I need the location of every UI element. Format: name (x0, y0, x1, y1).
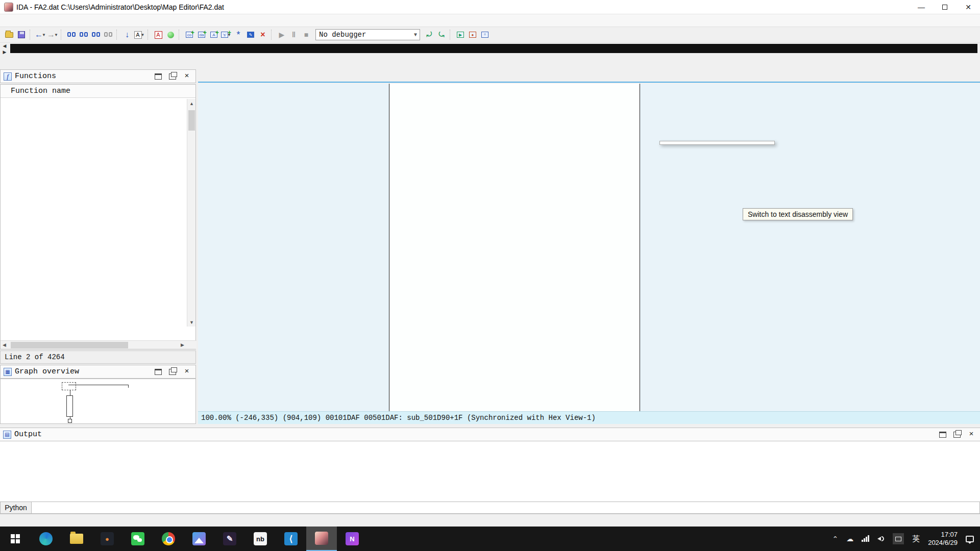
close-panel-icon[interactable]: × (183, 369, 190, 375)
add-enum-icon[interactable]: 's'+▼ (220, 29, 232, 40)
language-indicator[interactable]: 英 (912, 534, 920, 544)
save-icon[interactable] (16, 29, 27, 40)
debug-windows-icon[interactable]: ⌗ (479, 29, 491, 40)
view-tabs (198, 69, 980, 83)
vscode-icon: ⟨ (284, 532, 298, 545)
function-name-column-header[interactable]: Function name (1, 85, 195, 98)
scroll-down-icon[interactable]: ▼ (187, 318, 196, 327)
tray-time: 17:07 (928, 531, 958, 539)
search-value-icon[interactable] (90, 29, 102, 40)
tray-date: 2024/6/29 (928, 539, 958, 547)
float-panel-icon[interactable] (169, 369, 176, 375)
taskbar-app-photos[interactable] (184, 527, 214, 551)
graph-canvas[interactable] (198, 84, 980, 411)
float-panel-icon[interactable] (169, 73, 176, 80)
taskbar-app-chrome[interactable] (153, 527, 184, 551)
chrome-icon (162, 532, 175, 545)
stop-process-icon[interactable]: ■ (301, 29, 312, 40)
taskbar-app-vscode[interactable]: ⟨ (276, 527, 306, 551)
navigate-forward-icon[interactable]: →▼ (47, 29, 58, 40)
taskbar-app-quill[interactable]: ✎ (214, 527, 245, 551)
scroll-left-icon[interactable]: ◀ (1, 341, 8, 349)
taskbar-app-nb[interactable]: nb (245, 527, 276, 551)
float-panel-icon[interactable] (953, 432, 961, 438)
graph-overview-title-label: Graph overview (15, 367, 79, 376)
functions-list: Function name ▲ ▼ ◀ ▶ (0, 84, 196, 349)
python-prompt-button[interactable]: Python (0, 502, 32, 514)
hidden-icons-chevron[interactable]: ⌃ (832, 535, 838, 543)
navigation-band[interactable] (10, 44, 977, 53)
search-text-icon[interactable] (78, 29, 89, 40)
overview-viewport-box[interactable] (62, 382, 76, 390)
network-icon[interactable] (862, 536, 869, 542)
quill-app-icon: ✎ (223, 532, 236, 545)
scroll-right-icon[interactable]: ▶ (179, 341, 186, 349)
wechat-icon (131, 532, 144, 545)
step-into-icon[interactable]: ⤾ (424, 29, 435, 40)
start-process-icon[interactable]: ▶ (276, 29, 287, 40)
functions-vertical-scrollbar[interactable]: ▲ ▼ (187, 99, 195, 327)
band-scroll-arrows[interactable]: ◀▶ (1, 43, 8, 55)
graph-overview-title[interactable]: ▦ Graph overview × (0, 365, 196, 379)
navigate-back-icon[interactable]: ←▼ (35, 29, 46, 40)
step-over-icon[interactable]: ⤿ (436, 29, 447, 40)
cloud-icon[interactable]: ☁ (846, 535, 853, 543)
scrollbar-thumb[interactable] (11, 342, 128, 348)
taskbar-app-edge[interactable] (31, 527, 61, 551)
taskbar-app-purple[interactable]: N (337, 527, 368, 551)
names-icon[interactable]: A▼ (134, 29, 145, 40)
analysis-ok-icon[interactable] (165, 29, 176, 40)
add-type-icon[interactable]: da+ (196, 29, 207, 40)
debugger-select[interactable]: No debugger ▼ (315, 29, 420, 40)
debugger-select-value: No debugger (319, 31, 366, 39)
asterisk-icon[interactable]: * (233, 29, 244, 40)
start-button[interactable] (0, 527, 31, 551)
taskbar-app-ida-active[interactable] (306, 527, 337, 551)
open-file-icon[interactable] (4, 29, 15, 40)
scrollbar-thumb[interactable] (188, 110, 195, 131)
search-binoculars-icon[interactable] (66, 29, 77, 40)
output-title[interactable]: ▤ Output × (0, 428, 980, 441)
create-function-icon[interactable]: co+ (184, 29, 195, 40)
python-input[interactable] (32, 502, 980, 514)
window-title: IDA - FA2.dat C:\Users\Administrator\Des… (16, 3, 224, 11)
context-menu (659, 141, 775, 145)
close-panel-icon[interactable]: × (183, 73, 190, 80)
functions-status: Line 2 of 4264 (0, 350, 196, 364)
graph-node[interactable] (389, 84, 640, 411)
tooltip-text: Switch to text disassembly view (748, 210, 848, 218)
clock[interactable]: 17:07 2024/6/29 (928, 531, 958, 547)
pause-process-icon[interactable]: ‖ (288, 29, 300, 40)
close-button[interactable]: ✕ (957, 0, 980, 14)
taskbar-app-file-explorer[interactable] (61, 527, 92, 551)
problem-icon[interactable]: A (153, 29, 164, 40)
jump-down-icon[interactable]: ↓ (121, 29, 133, 40)
minimize-button[interactable]: — (910, 0, 933, 14)
volume-icon[interactable] (877, 536, 885, 542)
restore-panel-icon[interactable] (939, 432, 946, 438)
add-struct-icon[interactable]: A+ (208, 29, 219, 40)
taskbar-app-dark[interactable]: ● (92, 527, 122, 551)
delete-icon[interactable]: × (257, 29, 268, 40)
line-counter: Line 2 of 4264 (5, 353, 65, 361)
taskbar-app-wechat[interactable] (122, 527, 153, 551)
maximize-button[interactable] (933, 0, 957, 14)
graph-overview-icon: ▦ (4, 368, 12, 376)
scroll-up-icon[interactable]: ▲ (187, 99, 196, 108)
restore-panel-icon[interactable] (155, 73, 162, 80)
restore-panel-icon[interactable] (155, 369, 162, 375)
navigation-band-row: ◀▶ (0, 43, 980, 55)
taskbar: ● ✎ nb ⟨ N ⌃ ☁ 英 17:07 2024/6/29 (0, 527, 980, 551)
run-until-icon[interactable]: ▶ (455, 29, 466, 40)
breakpoint-icon[interactable]: ● (467, 29, 478, 40)
output-log[interactable] (0, 441, 980, 502)
close-panel-icon[interactable]: × (968, 432, 975, 438)
ime-mode-icon[interactable] (893, 533, 904, 544)
notification-center-icon[interactable] (966, 536, 974, 542)
title-bar: IDA - FA2.dat C:\Users\Administrator\Des… (0, 0, 980, 14)
search-gray-icon[interactable] (103, 29, 114, 40)
edit-icon[interactable]: ✎ (245, 29, 256, 40)
graph-overview-canvas[interactable] (0, 379, 196, 424)
functions-horizontal-scrollbar[interactable]: ◀ ▶ (1, 340, 197, 349)
functions-panel-title[interactable]: f Functions × (0, 69, 196, 83)
